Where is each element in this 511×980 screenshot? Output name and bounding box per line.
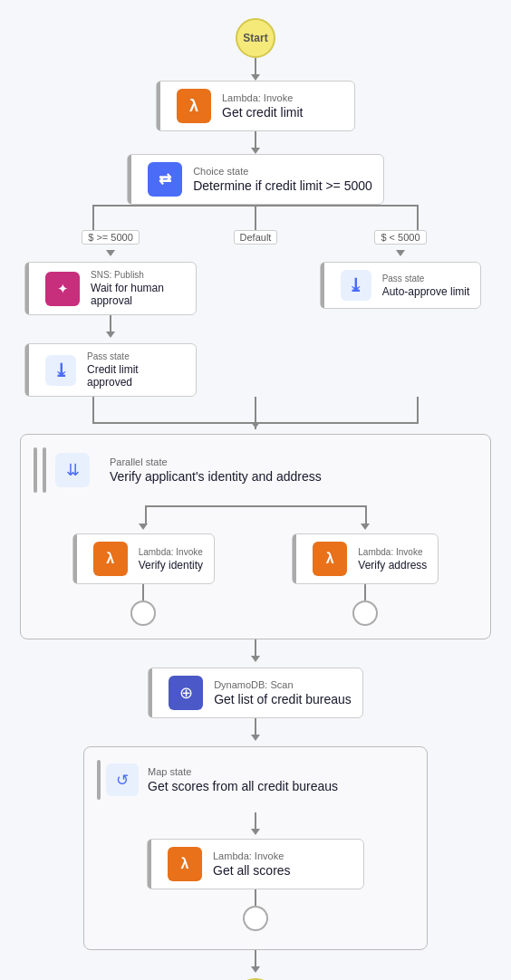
state-name: Auto-approve limit xyxy=(382,285,470,298)
left-bar xyxy=(293,534,296,583)
state-type: SNS: Publish xyxy=(91,270,185,280)
state-name: Get all scores xyxy=(213,863,291,878)
verify-identity-box[interactable]: λ Lambda: Invoke Verify identity xyxy=(72,533,215,584)
wait-human-box[interactable]: ✦ SNS: Publish Wait for human approval xyxy=(24,262,197,315)
connector xyxy=(110,315,111,331)
left-bar xyxy=(128,155,131,204)
state-name: Verify address xyxy=(358,559,427,572)
parallel-container[interactable]: ⇊ Parallel state Verify applicant's iden… xyxy=(20,434,491,639)
choice-icon: ⇄ xyxy=(148,162,182,197)
left-bar xyxy=(73,534,77,583)
verify-address-box[interactable]: λ Lambda: Invoke Verify address xyxy=(292,533,439,584)
state-text: Choice state Determine if credit limit >… xyxy=(193,166,372,193)
connector-to-end xyxy=(255,950,256,966)
state-text: DynamoDB: Scan Get list of credit bureau… xyxy=(214,679,352,706)
arrow-1 xyxy=(251,74,260,81)
left-bar xyxy=(148,840,151,889)
state-name: Credit limit approved xyxy=(87,363,185,389)
state-text: Pass state Credit limit approved xyxy=(87,351,185,389)
state-text: Map state Get scores from all credit bur… xyxy=(148,766,338,793)
connector xyxy=(142,584,144,600)
connector xyxy=(255,812,256,829)
connector-1 xyxy=(255,58,256,74)
lambda-icon: λ xyxy=(168,847,202,881)
arrow xyxy=(361,524,370,530)
left-bar xyxy=(25,344,29,396)
arrow-to-end xyxy=(251,966,260,973)
branch-label-default: Default xyxy=(234,230,278,245)
state-type: Lambda: Invoke xyxy=(213,850,291,861)
state-type: Pass state xyxy=(87,351,185,361)
state-text: Lambda: Invoke Verify address xyxy=(358,547,427,572)
pass-approved-box[interactable]: ⤓ Pass state Credit limit approved xyxy=(24,343,197,397)
state-text: Parallel state Verify applicant's identi… xyxy=(110,456,322,484)
connector-to-map xyxy=(255,718,256,735)
left-bar xyxy=(157,82,160,130)
state-name: Verify applicant's identity and address xyxy=(110,469,322,484)
state-type: Lambda: Invoke xyxy=(358,547,427,557)
left-bar xyxy=(25,263,29,314)
arrow-left xyxy=(106,250,115,256)
arrow-2 xyxy=(251,148,260,154)
state-type: Choice state xyxy=(193,166,372,177)
branch-identity: λ Lambda: Invoke Verify identity xyxy=(72,524,215,626)
state-type: Map state xyxy=(148,766,338,777)
dynamo-icon: ⊕ xyxy=(169,676,203,710)
arrow-to-map xyxy=(251,735,260,741)
state-text: Lambda: Invoke Get credit limit xyxy=(222,92,303,120)
arrow-right xyxy=(396,250,405,256)
state-name: Wait for human approval xyxy=(91,282,185,307)
end-circle-left xyxy=(130,600,156,626)
state-name: Determine if credit limit >= 5000 xyxy=(193,178,372,193)
pass-auto-box[interactable]: ⤓ Pass state Auto-approve limit xyxy=(320,262,482,309)
state-type: DynamoDB: Scan xyxy=(214,679,352,690)
pass-icon: ⤓ xyxy=(45,355,76,386)
parallel-branches: λ Lambda: Invoke Verify identity xyxy=(34,524,477,626)
end-circle-map xyxy=(243,906,268,931)
lambda-icon: λ xyxy=(177,89,211,123)
state-name: Get scores from all credit bureaus xyxy=(148,779,338,793)
left-bar xyxy=(321,263,324,308)
start-label: Start xyxy=(243,32,267,44)
state-name: Verify identity xyxy=(139,559,203,572)
arrow xyxy=(251,829,260,835)
parallel-icon: ⇊ xyxy=(55,453,90,487)
connector xyxy=(364,584,366,600)
state-text: Lambda: Invoke Get all scores xyxy=(213,850,291,878)
state-type: Lambda: Invoke xyxy=(139,547,203,557)
arrow-after-parallel xyxy=(251,656,260,662)
map-container[interactable]: ↺ Map state Get scores from all credit b… xyxy=(83,746,428,950)
branch-address: λ Lambda: Invoke Verify address xyxy=(292,524,439,626)
end-circle-right xyxy=(352,600,378,626)
pass-auto-icon: ⤓ xyxy=(341,270,371,301)
get-all-scores-box[interactable]: λ Lambda: Invoke Get all scores xyxy=(147,839,364,889)
branch-label-gte: $ >= 5000 xyxy=(82,230,140,245)
state-type: Lambda: Invoke xyxy=(222,92,303,103)
map-icon: ↺ xyxy=(106,764,139,796)
get-credit-limit-box[interactable]: λ Lambda: Invoke Get credit limit xyxy=(156,81,355,131)
lambda-icon: λ xyxy=(313,542,347,576)
connector-after-parallel xyxy=(255,639,256,656)
dynamo-scan-box[interactable]: ⊕ DynamoDB: Scan Get list of credit bure… xyxy=(148,668,363,718)
state-text: SNS: Publish Wait for human approval xyxy=(91,270,185,307)
parallel-header: ⇊ Parallel state Verify applicant's iden… xyxy=(34,447,477,493)
map-header: ↺ Map state Get scores from all credit b… xyxy=(97,760,414,800)
state-name: Get credit limit xyxy=(222,105,303,120)
left-bar xyxy=(149,668,152,717)
connector-2 xyxy=(255,131,256,148)
state-name: Get list of credit bureaus xyxy=(214,692,352,706)
arrow xyxy=(106,331,115,338)
state-type: Parallel state xyxy=(110,456,322,467)
lambda-icon: λ xyxy=(93,542,128,576)
arrow xyxy=(139,524,148,530)
workflow-diagram: Start λ Lambda: Invoke Get credit limit … xyxy=(0,0,511,980)
branch-label-lt: $ < 5000 xyxy=(374,230,426,245)
state-text: Lambda: Invoke Verify identity xyxy=(139,547,203,572)
start-node: Start xyxy=(236,18,275,58)
state-type: Pass state xyxy=(382,274,470,283)
connector xyxy=(255,889,256,906)
sns-icon: ✦ xyxy=(45,272,80,306)
state-text: Pass state Auto-approve limit xyxy=(382,274,470,298)
choice-state-box[interactable]: ⇄ Choice state Determine if credit limit… xyxy=(127,154,384,205)
